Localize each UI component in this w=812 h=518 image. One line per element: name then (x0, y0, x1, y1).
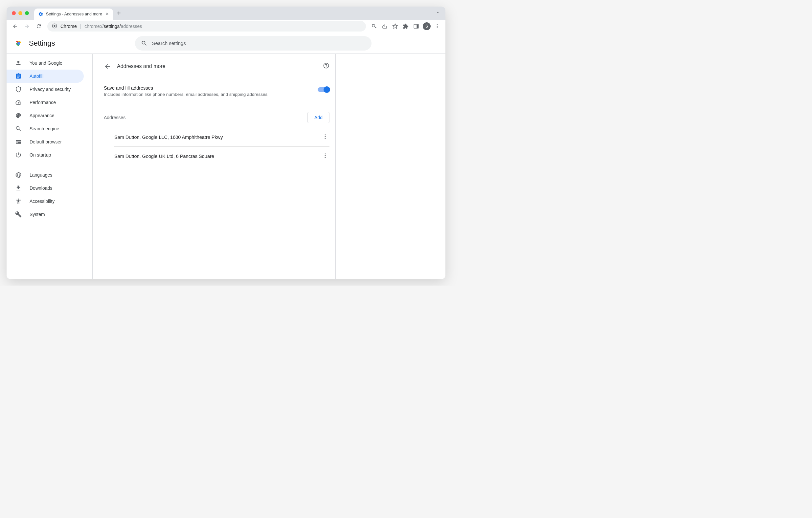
url-text: Chrome | chrome://settings/addresses (60, 24, 142, 29)
svg-point-15 (325, 157, 326, 158)
sidebar-item-downloads[interactable]: Downloads (6, 182, 84, 195)
svg-point-6 (437, 27, 438, 28)
svg-point-4 (437, 24, 438, 25)
tab-list-dropdown[interactable] (436, 10, 440, 16)
address-row[interactable]: Sam Dutton, Google LLC, 1600 Amphitheatr… (98, 128, 336, 146)
page-content: Settings Search settings You and Google … (6, 33, 445, 279)
search-settings-input[interactable]: Search settings (135, 36, 372, 51)
bookmark-icon[interactable] (390, 21, 400, 32)
address-text: Sam Dutton, Google UK Ltd, 6 Pancras Squ… (114, 154, 321, 159)
toggle-title: Save and fill addresses (104, 85, 311, 91)
sidebar: You and Google Autofill Privacy and secu… (6, 54, 93, 279)
maximize-window-button[interactable] (25, 11, 29, 15)
svg-point-11 (325, 136, 326, 137)
address-bar[interactable]: Chrome | chrome://settings/addresses (47, 21, 366, 32)
address-text: Sam Dutton, Google LLC, 1600 Amphitheatr… (114, 134, 321, 140)
sidebar-item-system[interactable]: System (6, 208, 84, 221)
sidebar-item-autofill[interactable]: Autofill (6, 69, 84, 83)
tab-title: Settings - Addresses and more (46, 12, 103, 17)
svg-point-13 (325, 153, 326, 154)
back-button[interactable] (10, 21, 20, 32)
share-icon[interactable] (380, 21, 389, 32)
address-row[interactable]: Sam Dutton, Google UK Ltd, 6 Pancras Squ… (98, 147, 336, 165)
app-title: Settings (29, 39, 55, 48)
site-info-icon[interactable] (52, 23, 57, 30)
svg-point-5 (437, 26, 438, 27)
addresses-panel: Addresses and more Save and fill address… (98, 54, 336, 279)
sidebar-item-you-and-google[interactable]: You and Google (6, 57, 84, 69)
sidebar-divider (6, 165, 86, 165)
save-fill-toggle[interactable] (318, 87, 329, 92)
sidebar-item-languages[interactable]: Languages (6, 169, 84, 182)
close-tab-button[interactable] (105, 11, 109, 17)
reload-button[interactable] (33, 21, 44, 32)
search-placeholder: Search settings (152, 40, 186, 46)
tab-settings[interactable]: Settings - Addresses and more (34, 8, 113, 20)
addresses-label: Addresses (104, 115, 125, 120)
panel-header: Addresses and more (98, 60, 336, 73)
extensions-icon[interactable] (401, 21, 411, 32)
chrome-menu-icon[interactable] (432, 21, 442, 32)
new-tab-button[interactable]: + (117, 9, 121, 17)
chrome-logo-icon (14, 39, 23, 48)
profile-avatar[interactable]: S (422, 21, 432, 32)
sidebar-item-appearance[interactable]: Appearance (6, 109, 84, 122)
svg-rect-3 (417, 25, 418, 28)
gear-icon (38, 11, 44, 17)
sidebar-item-accessibility[interactable]: Accessibility (6, 195, 84, 208)
toolbar-right: S (369, 21, 442, 32)
svg-point-9 (18, 42, 20, 44)
panel-back-button[interactable] (104, 63, 111, 70)
sidebar-item-performance[interactable]: Performance (6, 96, 84, 109)
help-icon[interactable] (323, 62, 329, 70)
address-row-menu-icon[interactable] (321, 132, 329, 142)
save-fill-toggle-row: Save and fill addresses Includes informa… (98, 81, 336, 101)
zoom-icon[interactable] (369, 21, 379, 32)
sidebar-item-default-browser[interactable]: Default browser (6, 135, 84, 148)
search-icon (141, 40, 147, 47)
settings-header: Settings Search settings (6, 33, 445, 54)
address-row-menu-icon[interactable] (321, 151, 329, 161)
toolbar: Chrome | chrome://settings/addresses (6, 20, 445, 33)
forward-button[interactable] (22, 21, 32, 32)
panel-title: Addresses and more (117, 63, 317, 69)
svg-point-12 (325, 138, 326, 139)
sidebar-item-search-engine[interactable]: Search engine (6, 122, 84, 135)
settings-body: You and Google Autofill Privacy and secu… (6, 54, 445, 279)
svg-point-10 (325, 134, 326, 135)
traffic-lights (10, 11, 29, 15)
tab-bar: Settings - Addresses and more + (6, 6, 445, 20)
main-panel-area: Addresses and more Save and fill address… (93, 54, 445, 279)
toggle-description: Includes information like phone numbers,… (104, 92, 311, 97)
svg-point-1 (54, 25, 55, 27)
browser-window: Settings - Addresses and more + Chrome (6, 6, 445, 279)
close-window-button[interactable] (12, 11, 16, 15)
addresses-section-header: Addresses Add (98, 108, 336, 128)
minimize-window-button[interactable] (19, 11, 22, 15)
add-address-button[interactable]: Add (308, 112, 329, 123)
svg-point-14 (325, 155, 326, 156)
side-panel-icon[interactable] (411, 21, 421, 32)
sidebar-item-privacy[interactable]: Privacy and security (6, 83, 84, 96)
sidebar-item-on-startup[interactable]: On startup (6, 148, 84, 161)
